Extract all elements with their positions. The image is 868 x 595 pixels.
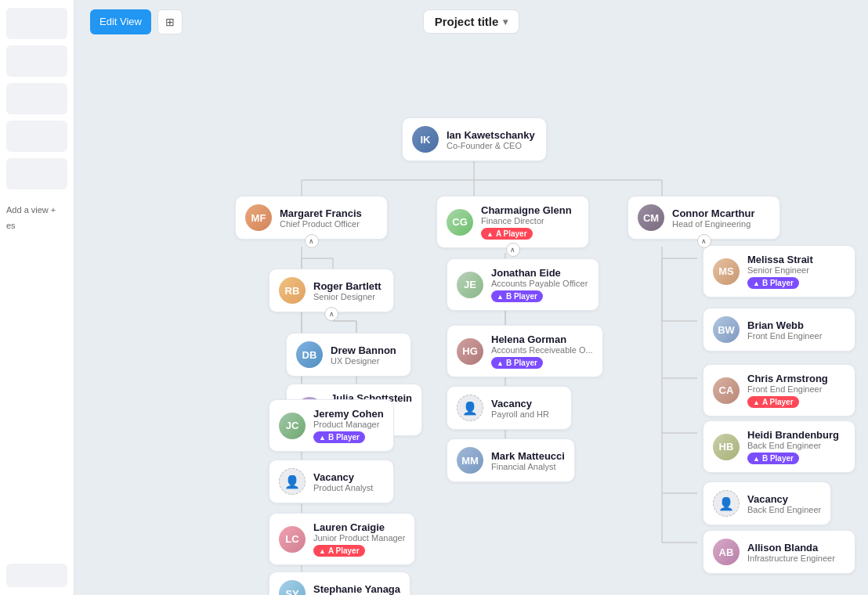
avatar-jonathan: JE [457, 272, 483, 298]
sidebar-item-2[interactable] [6, 45, 67, 77]
project-title-label: Project title [435, 15, 499, 28]
node-heidi[interactable]: HB Heidi Brandenburg Back End Engineer ▲… [703, 420, 855, 473]
node-info-charmaigne: Charmaigne Glenn Finance Director ▲ A Pl… [481, 204, 572, 240]
badge-jonathan: ▲ B Player [491, 290, 543, 302]
add-view-button[interactable]: Add a view + [6, 202, 67, 218]
node-title-brian: Front End Engineer [747, 331, 822, 341]
badge-helena: ▲ B Player [491, 357, 543, 369]
node-title-vacancy-hr: Payroll and HR [491, 409, 549, 419]
node-title-margaret: Chief Product Officer [280, 219, 362, 229]
node-name-vacancy-be: Vacancy [747, 493, 821, 505]
badge-jeremy: ▲ B Player [313, 431, 365, 443]
node-title-chris: Front End Engineer [747, 384, 828, 394]
avatar-heidi: HB [713, 434, 740, 460]
node-title-jeremy: Product Manager [313, 420, 384, 429]
edit-view-button[interactable]: Edit View [90, 9, 151, 34]
sidebar-item-4[interactable] [6, 121, 67, 152]
header-left: Edit View ⊞ [90, 9, 183, 34]
avatar-drew: DB [296, 341, 323, 368]
node-info-ian: Ian Kawetschanky Co-Founder & CEO [447, 129, 535, 150]
sidebar-toggle-button[interactable]: ⊞ [157, 9, 183, 34]
node-title-allison: Infrastructure Engineer [747, 554, 835, 563]
avatar-vacancy-pa: 👤 [279, 468, 306, 495]
node-name-vacancy-pa: Vacancy [313, 471, 373, 483]
node-name-ian: Ian Kawetschanky [447, 129, 535, 141]
node-jeremy[interactable]: JC Jeremy Cohen Product Manager ▲ B Play… [269, 399, 394, 452]
collapse-roger[interactable]: ∧ [324, 307, 338, 321]
node-info-brian: Brian Webb Front End Engineer [747, 319, 822, 341]
node-name-charmaigne: Charmaigne Glenn [481, 204, 572, 216]
header: Edit View ⊞ Project title ▾ [74, 0, 868, 43]
sidebar-toggle-icon: ⊞ [165, 16, 175, 28]
avatar-mark: MM [457, 447, 483, 474]
node-allison[interactable]: AB Allison Blanda Infrastructure Enginee… [703, 530, 855, 574]
sidebar-item-1[interactable] [6, 8, 67, 39]
sidebar-item-5[interactable] [6, 158, 67, 189]
node-name-connor: Connor Mcarthur [672, 207, 754, 219]
sidebar-es-label: es [6, 221, 67, 230]
node-info-jeremy: Jeremy Cohen Product Manager ▲ B Player [313, 408, 384, 443]
node-drew[interactable]: DB Drew Bannon UX Designer [286, 333, 411, 377]
avatar-vacancy-be: 👤 [713, 490, 740, 517]
node-title-jonathan: Accounts Payable Officer [491, 279, 588, 288]
avatar-melissa: MS [713, 258, 740, 285]
node-roger[interactable]: RB Roger Bartlett Senior Designer ∧ [269, 269, 394, 312]
node-brian[interactable]: BW Brian Webb Front End Engineer [703, 308, 855, 352]
collapse-charmaigne[interactable]: ∧ [506, 243, 520, 257]
node-jonathan[interactable]: JE Jonathan Eide Accounts Payable Office… [447, 258, 599, 311]
sidebar-item-3[interactable] [6, 83, 67, 114]
node-stephanie[interactable]: SY Stephanie Yanaga User Researcher [269, 572, 410, 595]
node-info-margaret: Margaret Francis Chief Product Officer [280, 207, 362, 229]
avatar-allison: AB [713, 539, 740, 565]
node-info-jonathan: Jonathan Eide Accounts Payable Officer ▲… [491, 267, 588, 302]
node-margaret[interactable]: MF Margaret Francis Chief Product Office… [235, 196, 388, 240]
collapse-margaret[interactable]: ∧ [305, 234, 319, 248]
node-melissa[interactable]: MS Melissa Strait Senior Engineer ▲ B Pl… [703, 245, 855, 298]
node-connor[interactable]: CM Connor Mcarthur Head of Engineering ∧ [627, 196, 780, 240]
node-title-vacancy-be: Back End Engineer [747, 505, 821, 514]
sidebar-item-bottom[interactable] [6, 564, 67, 587]
avatar-charmaigne: CG [447, 209, 473, 236]
node-title-ian: Co-Founder & CEO [447, 141, 535, 150]
node-name-melissa: Melissa Strait [747, 254, 813, 265]
node-vacancy-hr[interactable]: 👤 Vacancy Payroll and HR [447, 386, 572, 430]
org-wrapper: IK Ian Kawetschanky Co-Founder & CEO MF … [90, 59, 868, 595]
node-helena[interactable]: HG Helena Gorman Accounts Receiveable O.… [447, 325, 603, 377]
node-info-heidi: Heidi Brandenburg Back End Engineer ▲ B … [747, 429, 839, 464]
node-name-heidi: Heidi Brandenburg [747, 429, 839, 441]
node-chris[interactable]: CA Chris Armstrong Front End Engineer ▲ … [703, 364, 855, 416]
node-name-mark: Mark Matteucci [491, 450, 565, 462]
node-name-vacancy-hr: Vacancy [491, 398, 549, 409]
avatar-helena: HG [457, 338, 483, 365]
avatar-connor: CM [638, 204, 664, 231]
avatar-brian: BW [713, 316, 740, 343]
node-name-helena: Helena Gorman [491, 334, 593, 345]
node-title-mark: Financial Analyst [491, 462, 565, 471]
node-title-melissa: Senior Engineer [747, 265, 813, 275]
collapse-connor[interactable]: ∧ [697, 234, 711, 248]
vacancy-hr-icon: 👤 [462, 401, 478, 416]
node-info-vacancy-be: Vacancy Back End Engineer [747, 493, 821, 514]
node-info-vacancy-hr: Vacancy Payroll and HR [491, 398, 549, 419]
sidebar: Add a view + es [0, 0, 74, 595]
org-chart-canvas[interactable]: IK Ian Kawetschanky Co-Founder & CEO MF … [74, 43, 868, 595]
node-name-jeremy: Jeremy Cohen [313, 408, 384, 420]
node-name-roger: Roger Bartlett [313, 280, 382, 292]
badge-chris: ▲ A Player [747, 396, 799, 408]
node-title-connor: Head of Engineering [672, 219, 754, 229]
avatar-lauren: LC [279, 526, 306, 553]
node-root[interactable]: IK Ian Kawetschanky Co-Founder & CEO [402, 117, 547, 161]
node-vacancy-be[interactable]: 👤 Vacancy Back End Engineer [703, 481, 831, 525]
badge-lauren: ▲ A Player [313, 545, 365, 557]
node-lauren[interactable]: LC Lauren Craigie Junior Product Manager… [269, 513, 415, 565]
project-title-button[interactable]: Project title ▾ [423, 9, 520, 34]
node-info-melissa: Melissa Strait Senior Engineer ▲ B Playe… [747, 254, 813, 289]
node-mark[interactable]: MM Mark Matteucci Financial Analyst [447, 438, 575, 482]
avatar-margaret: MF [245, 204, 272, 231]
node-vacancy-pa[interactable]: 👤 Vacancy Product Analyst [269, 460, 394, 503]
avatar-chris: CA [713, 377, 740, 404]
vacancy-be-icon: 👤 [718, 496, 734, 511]
node-name-brian: Brian Webb [747, 319, 822, 331]
avatar-roger: RB [279, 277, 306, 304]
node-charmaigne[interactable]: CG Charmaigne Glenn Finance Director ▲ A… [436, 196, 589, 248]
